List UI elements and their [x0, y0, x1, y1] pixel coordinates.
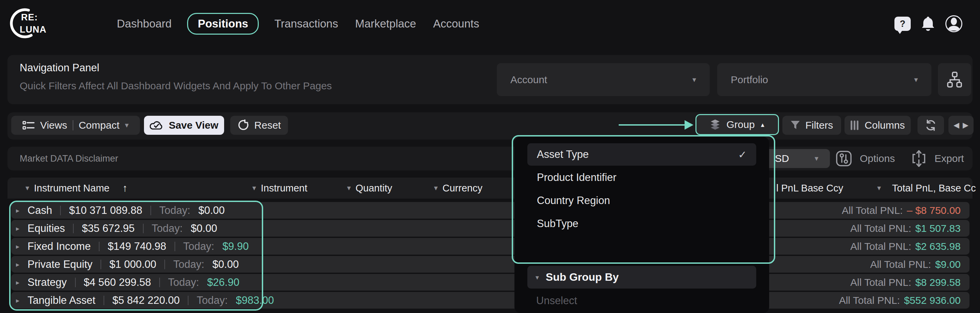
filters-button[interactable]: Filters: [783, 116, 841, 135]
unselect-option[interactable]: Unselect: [536, 295, 577, 307]
expand-icon[interactable]: ▸: [16, 296, 19, 305]
column-menu-icon[interactable]: ▾: [252, 184, 256, 192]
nav-item-accounts[interactable]: Accounts: [431, 13, 480, 34]
notifications-bell-icon[interactable]: [921, 16, 935, 32]
column-menu-icon[interactable]: ▾: [434, 184, 438, 192]
hierarchy-icon: [946, 71, 963, 89]
expand-icon[interactable]: ▸: [16, 278, 19, 286]
options-label: Options: [860, 153, 895, 164]
group-cell[interactable]: ▸ Private Equity $1 000.00 Today: $0.00: [16, 256, 239, 273]
view-toolbar: Views Compact ▾ Save View Reset Filters: [8, 112, 972, 140]
page-prev-icon[interactable]: ◀: [953, 121, 959, 130]
menu-item-asset-type[interactable]: Asset Type ✓: [527, 143, 756, 166]
expand-icon[interactable]: ▸: [16, 224, 19, 232]
reset-button[interactable]: Reset: [230, 116, 288, 135]
account-select[interactable]: Account ▾: [497, 63, 710, 96]
refresh-button[interactable]: [918, 116, 944, 135]
column-header-instrument-name[interactable]: ▾ Instrument Name ↑: [25, 178, 127, 199]
table-row[interactable]: ▸ Equities $35 672.95 Today: $0.00 All T…: [11, 220, 969, 237]
table-row[interactable]: ▸ Tangible Asset $5 842 220.00 Today: $9…: [11, 292, 969, 308]
menu-item-label: Asset Type: [537, 148, 589, 160]
pnl-cell: All Total PNL: $552 936.00: [839, 292, 961, 308]
options-button[interactable]: Options: [835, 147, 895, 170]
columns-button[interactable]: Columns: [845, 116, 911, 135]
menu-item-subtype[interactable]: SubType: [527, 213, 756, 235]
column-header-total-pnl[interactable]: Total PnL, Base Cc: [892, 178, 976, 199]
today-label: Today:: [168, 276, 199, 289]
group-name: Fixed Income: [27, 240, 91, 253]
help-icon[interactable]: ?: [894, 17, 911, 31]
expand-icon[interactable]: ▸: [16, 261, 19, 269]
today-label: Today:: [197, 294, 228, 307]
divider: [164, 260, 165, 269]
group-name: Strategy: [27, 276, 67, 289]
column-label: Currency: [442, 183, 482, 194]
column-menu-icon[interactable]: ▾: [25, 184, 29, 192]
column-label: l PnL Base Ccy: [776, 183, 843, 194]
table-row[interactable]: ▸ Private Equity $1 000.00 Today: $0.00 …: [11, 256, 969, 273]
filter-funnel-icon: [791, 121, 800, 130]
column-menu-icon[interactable]: ▾: [877, 184, 881, 192]
group-cell[interactable]: ▸ Fixed Income $149 740.98 Today: $9.90: [16, 238, 248, 254]
column-header-currency[interactable]: ▾ Currency: [434, 178, 482, 199]
table-row[interactable]: ▸ Cash $10 371 089.88 Today: $0.00 All T…: [11, 202, 969, 219]
views-label: Views: [40, 119, 67, 131]
currency-select[interactable]: SD ▾: [764, 149, 830, 168]
portfolio-select[interactable]: Portfolio ▾: [717, 63, 931, 96]
user-avatar-icon[interactable]: [945, 15, 963, 32]
expand-icon[interactable]: ▸: [16, 242, 19, 251]
nav-item-transactions[interactable]: Transactions: [273, 13, 340, 34]
pnl-cell: All Total PNL: – $8 750.00: [842, 202, 961, 219]
divider: [143, 224, 144, 233]
pager-buttons[interactable]: ◀ ▶: [948, 116, 974, 135]
column-label: Total PnL, Base Cc: [892, 183, 976, 194]
expand-icon[interactable]: ▸: [16, 207, 19, 214]
save-view-button[interactable]: Save View: [144, 116, 224, 135]
group-layers-icon: [710, 119, 720, 130]
menu-item-country-region[interactable]: Country Region: [527, 189, 756, 212]
group-name: Equities: [27, 222, 65, 235]
table-row[interactable]: ▸ Fixed Income $149 740.98 Today: $9.90 …: [11, 238, 969, 254]
pnl-label: All Total PNL:: [842, 205, 903, 216]
column-header-instrument[interactable]: ▾ Instrument: [252, 178, 307, 199]
options-sliders-icon: [835, 150, 852, 167]
nav-item-marketplace[interactable]: Marketplace: [354, 13, 418, 34]
nav-item-positions[interactable]: Positions: [187, 13, 259, 35]
group-value: $35 672.95: [82, 222, 134, 235]
group-label: Group: [726, 119, 754, 130]
sort-asc-icon[interactable]: ↑: [122, 182, 127, 194]
divider: [99, 242, 100, 251]
hierarchy-view-button[interactable]: [938, 63, 971, 96]
group-button[interactable]: Group ▴: [695, 114, 779, 135]
views-mode-button[interactable]: Views Compact ▾: [11, 116, 140, 135]
menu-item-product-identifier[interactable]: Product Identifier: [527, 166, 756, 189]
check-icon: ✓: [738, 149, 747, 160]
page-next-icon[interactable]: ▶: [963, 121, 969, 130]
app-window: RE: LUNA Dashboard Positions Transaction…: [0, 0, 980, 313]
group-cell[interactable]: ▸ Equities $35 672.95 Today: $0.00: [16, 220, 217, 237]
pnl-label: All Total PNL:: [850, 276, 912, 288]
pnl-value: $8 299.58: [915, 276, 961, 288]
export-button[interactable]: Export: [911, 147, 964, 170]
chevron-down-icon: ▾: [815, 155, 818, 162]
panel-title: Navigation Panel: [20, 62, 99, 74]
group-name: Tangible Asset: [27, 294, 95, 307]
brand-text-line1: RE:: [21, 12, 38, 23]
table-row[interactable]: ▸ Strategy $4 560 299.58 Today: $26.90 A…: [11, 274, 969, 291]
divider: [150, 206, 151, 215]
divider: [188, 296, 188, 305]
columns-icon: [850, 120, 859, 130]
pnl-label: All Total PNL:: [850, 223, 912, 234]
group-cell[interactable]: ▸ Cash $10 371 089.88 Today: $0.00: [16, 202, 225, 219]
today-value: $0.00: [191, 222, 217, 235]
divider: [159, 278, 160, 287]
nav-item-dashboard[interactable]: Dashboard: [115, 13, 173, 34]
group-cell[interactable]: ▸ Strategy $4 560 299.58 Today: $26.90: [16, 274, 239, 291]
group-cell[interactable]: ▸ Tangible Asset $5 842 220.00 Today: $9…: [16, 292, 274, 308]
column-header-quantity[interactable]: ▾ Quantity: [347, 178, 392, 199]
menu-item-label: SubType: [537, 218, 578, 230]
column-menu-icon[interactable]: ▾: [347, 184, 351, 192]
sub-group-by-header[interactable]: ▾ Sub Group By: [527, 266, 756, 289]
column-header-pnl-base-ccy[interactable]: l PnL Base Ccy ▾: [776, 178, 881, 199]
views-list-icon: [22, 120, 35, 131]
